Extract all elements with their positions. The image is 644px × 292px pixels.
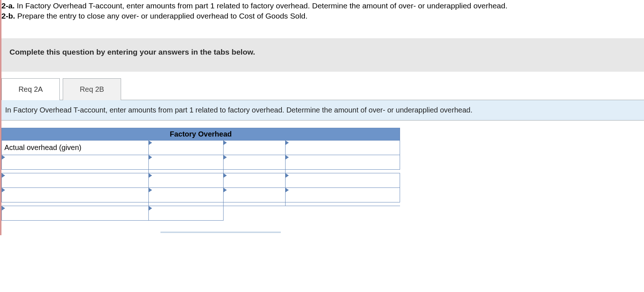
row4-amount3 bbox=[286, 193, 399, 196]
dropdown-marker-icon bbox=[286, 188, 289, 192]
dropdown-marker-icon bbox=[149, 155, 152, 159]
dropdown-marker-icon bbox=[2, 173, 5, 178]
row2-amount3-cell[interactable] bbox=[286, 155, 400, 169]
row1-label-cell: Actual overhead (given) bbox=[2, 140, 149, 155]
tab-req-2b[interactable]: Req 2B bbox=[63, 78, 121, 100]
panel-prompt-text: In Factory Overhead T-account, enter amo… bbox=[5, 106, 472, 114]
footer-amount1 bbox=[149, 212, 223, 214]
dropdown-marker-icon bbox=[224, 188, 227, 192]
row3-amount2-cell[interactable] bbox=[224, 173, 286, 188]
dropdown-marker-icon bbox=[2, 155, 5, 159]
row3-amount3 bbox=[286, 179, 399, 182]
row1-amount1-cell[interactable] bbox=[149, 140, 224, 155]
row1-amount3-cell[interactable] bbox=[286, 140, 400, 155]
row2-amount2 bbox=[224, 161, 285, 163]
footer-label bbox=[2, 212, 148, 214]
row4-amount1-cell[interactable] bbox=[149, 188, 224, 202]
row3-amount1-cell[interactable] bbox=[149, 173, 224, 188]
tab-req-2a[interactable]: Req 2A bbox=[1, 78, 60, 100]
question-block: 2-a. In Factory Overhead T-account, ente… bbox=[1, 0, 644, 21]
dropdown-marker-icon bbox=[224, 173, 227, 178]
q2a-text: In Factory Overhead T-account, enter amo… bbox=[15, 1, 507, 10]
dropdown-marker-icon bbox=[149, 173, 152, 178]
dropdown-marker-icon bbox=[2, 206, 5, 210]
row2-amount1-cell[interactable] bbox=[149, 155, 224, 169]
q2b-number: 2-b. bbox=[1, 12, 15, 20]
row4-amount1 bbox=[149, 193, 223, 196]
dropdown-marker-icon bbox=[224, 141, 227, 145]
footer-decorative-bar bbox=[160, 232, 281, 233]
row4-label-cell[interactable] bbox=[2, 188, 149, 202]
instruction-bar: Complete this question by entering your … bbox=[1, 38, 644, 72]
panel-prompt: In Factory Overhead T-account, enter amo… bbox=[1, 100, 644, 121]
footer-label-cell[interactable] bbox=[2, 206, 149, 220]
row4-amount2 bbox=[224, 193, 285, 196]
instruction-text: Complete this question by entering your … bbox=[9, 48, 255, 56]
row1-amount3 bbox=[286, 146, 399, 149]
row1-amount2 bbox=[224, 146, 285, 149]
dropdown-marker-icon bbox=[149, 188, 152, 192]
tabs-container: Req 2A Req 2B bbox=[1, 78, 644, 100]
row3-label-cell[interactable] bbox=[2, 173, 149, 188]
dropdown-marker-icon bbox=[2, 188, 5, 192]
row3-amount2 bbox=[224, 179, 285, 182]
tab-label: Req 2A bbox=[19, 85, 43, 93]
row4-amount3-cell[interactable] bbox=[286, 188, 400, 202]
taccount-title: Factory Overhead bbox=[2, 128, 400, 140]
dropdown-marker-icon bbox=[149, 206, 152, 210]
footer-amount1-cell[interactable] bbox=[149, 206, 224, 220]
row2-amount3 bbox=[286, 161, 399, 163]
q2a-number: 2-a. bbox=[1, 1, 15, 10]
footer-gap1 bbox=[224, 206, 286, 220]
tab-label: Req 2B bbox=[80, 85, 104, 93]
dropdown-marker-icon bbox=[286, 141, 289, 145]
q2b-text: Prepare the entry to close any over- or … bbox=[15, 12, 307, 20]
row4-amount2-cell[interactable] bbox=[224, 188, 286, 202]
dropdown-marker-icon bbox=[149, 141, 152, 145]
row1-amount1 bbox=[149, 146, 223, 149]
row3-amount3-cell[interactable] bbox=[286, 173, 400, 188]
row2-amount1 bbox=[149, 161, 223, 163]
row4-label bbox=[2, 193, 148, 196]
row2-label bbox=[2, 161, 148, 163]
row2-amount2-cell[interactable] bbox=[224, 155, 286, 169]
dropdown-marker-icon bbox=[286, 155, 289, 159]
factory-overhead-taccount: Factory Overhead Actual overhead (given) bbox=[1, 128, 400, 221]
row1-amount2-cell[interactable] bbox=[224, 140, 286, 155]
row3-amount1 bbox=[149, 179, 223, 182]
row1-label: Actual overhead (given) bbox=[2, 142, 148, 153]
row2-label-cell[interactable] bbox=[2, 155, 149, 169]
dropdown-marker-icon bbox=[286, 173, 289, 178]
dropdown-marker-icon bbox=[224, 155, 227, 159]
row3-label bbox=[2, 179, 148, 182]
footer-gap2 bbox=[286, 206, 400, 220]
